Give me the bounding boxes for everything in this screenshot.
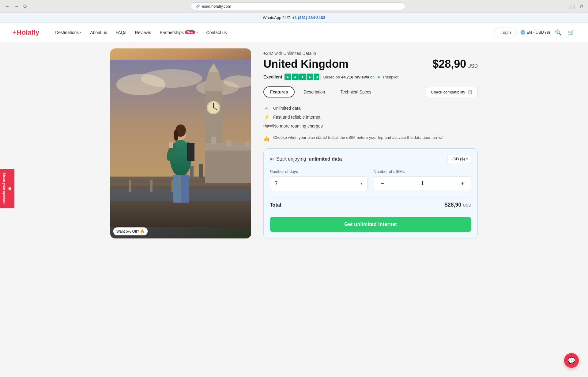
svg-rect-34	[199, 164, 203, 178]
back-button[interactable]: ←	[4, 3, 11, 10]
total-label: Total	[270, 202, 281, 208]
logo-text: Holafly	[17, 29, 39, 36]
star-2: ★	[292, 74, 299, 80]
reviews-text: Based on 44,718 reviews on	[323, 75, 375, 79]
svg-point-26	[174, 130, 179, 141]
login-button[interactable]: Login	[495, 28, 517, 37]
esims-selector-group: Number of eSIMs − 1 +	[374, 169, 471, 191]
feature-fast: ⚡ Fast and reliable internet	[263, 112, 478, 122]
search-button[interactable]: 🔍	[554, 28, 563, 37]
feature-unlimited-text: Unlimited data	[273, 106, 301, 111]
svg-rect-23	[245, 141, 250, 147]
cart-button[interactable]: 🛒	[567, 28, 576, 37]
browser-right-controls: ⬜ ⧉	[567, 3, 584, 10]
compatibility-icon: 📋	[468, 90, 473, 94]
browser-controls: ← → ⟳	[4, 3, 28, 10]
discount-badge[interactable]: Want 5% Off? 🔥	[113, 227, 148, 235]
trustpilot-label: Trustpilot	[382, 75, 398, 79]
nav-reviews[interactable]: Reviews	[131, 28, 155, 37]
no-roaming-icon: signal	[263, 124, 270, 128]
lightning-icon: ⚡	[263, 114, 270, 120]
language-selector[interactable]: 🌐 EN - USD ($)	[520, 30, 550, 35]
svg-rect-35	[190, 166, 194, 178]
nav-about[interactable]: About us	[86, 28, 111, 37]
tab-features[interactable]: Features	[263, 86, 295, 97]
booking-card: ∞ Start enjoying unlimited data USD ($) …	[263, 148, 478, 238]
nav-about-label: About us	[90, 30, 107, 35]
price: $28,90	[432, 58, 466, 70]
days-selector-group: Number of days 7 ▾	[270, 169, 368, 191]
svg-rect-19	[205, 149, 251, 183]
infinity-icon: ∞	[263, 105, 270, 111]
svg-rect-21	[211, 137, 216, 144]
currency-selector[interactable]: USD ($) ▾	[447, 155, 471, 163]
svg-point-2	[141, 69, 202, 88]
lang-label: EN - USD ($)	[526, 30, 550, 35]
reload-button[interactable]: ⟳	[22, 3, 28, 10]
esims-decrement-button[interactable]: −	[378, 180, 387, 187]
feature-fast-text: Fast and reliable internet	[273, 115, 320, 120]
tabs-button[interactable]: ⬜	[567, 3, 576, 10]
infinity-icon-card: ∞	[270, 156, 274, 162]
rating-label: Excellent	[263, 74, 282, 79]
split-view-button[interactable]: ⧉	[579, 3, 584, 10]
selectors-row: Number of days 7 ▾ Number of eSIMs − 1 +	[270, 169, 471, 191]
trustpilot-icon: ★	[377, 74, 381, 79]
nav-destinations-label: Destinations	[55, 30, 79, 35]
price-block: $28,90 USD	[432, 58, 478, 70]
nav-partnerships[interactable]: Partnerships New ▾	[156, 28, 201, 37]
cart-icon: 🛒	[568, 29, 575, 36]
logo-plus: +	[12, 29, 16, 36]
reviews-link[interactable]: 44,718 reviews	[341, 75, 369, 79]
total-currency: USD	[463, 203, 471, 208]
search-icon: 🔍	[555, 29, 562, 36]
total-row: Total $28,90 USD	[270, 197, 471, 212]
days-value: 7	[275, 181, 278, 186]
globe-icon: 🌐	[520, 30, 525, 35]
clipboard-icon: 📋	[8, 187, 12, 191]
tab-technical-specs[interactable]: Technical Specs	[334, 87, 378, 97]
chevron-down-icon-currency: ▾	[466, 157, 468, 161]
feedback-label: Share your opinion!	[2, 173, 6, 204]
star-rating: ★ ★ ★ ★ ★	[285, 74, 321, 80]
features-list: ∞ Unlimited data ⚡ Fast and reliable int…	[263, 104, 478, 130]
tab-description[interactable]: Description	[297, 87, 331, 97]
nav-links: Destinations ▾ About us FAQs Reviews Par…	[51, 28, 495, 37]
trustpilot-badge: ★ Trustpilot	[377, 74, 398, 79]
total-price: $28,90 USD	[444, 202, 471, 208]
feature-no-roaming-text: No more roaming charges	[273, 124, 323, 128]
chevron-down-icon: ▾	[80, 31, 81, 34]
nav-faqs-label: FAQs	[116, 30, 126, 35]
check-compatibility-button[interactable]: Check compatibility 📋	[426, 87, 478, 97]
check-compat-label: Check compatibility	[431, 90, 465, 94]
esims-increment-button[interactable]: +	[458, 180, 467, 187]
svg-rect-9	[150, 180, 153, 192]
svg-rect-22	[227, 140, 231, 146]
address-bar[interactable]: 🔗 esim.holafly.com	[191, 2, 405, 10]
url-text: esim.holafly.com	[202, 4, 231, 9]
phone-link[interactable]: +1 (661) 384-8482	[292, 15, 325, 20]
nav-right: Login 🌐 EN - USD ($) 🔍 🛒	[495, 28, 576, 37]
svg-rect-8	[129, 180, 131, 192]
price-currency: USD	[467, 63, 478, 69]
forward-button[interactable]: →	[13, 3, 20, 10]
get-internet-button[interactable]: Get unlimited internet	[270, 217, 471, 232]
nav-faqs[interactable]: FAQs	[112, 28, 130, 37]
days-label: Number of days	[270, 169, 368, 174]
star-half: ★	[314, 74, 321, 80]
product-info: eSIM with Unlimited Data in United Kingd…	[263, 48, 478, 238]
currency-label: USD ($)	[450, 157, 465, 161]
feedback-tab[interactable]: 📋 Share your opinion!	[0, 169, 14, 208]
product-image-wrap: Want 5% Off? 🔥	[110, 48, 251, 238]
days-dropdown[interactable]: 7 ▾	[270, 176, 368, 191]
announcement-bar: WhatsApp 24/7: +1 (661) 384-8482	[0, 13, 588, 23]
nav-destinations[interactable]: Destinations ▾	[51, 28, 85, 37]
svg-rect-31	[173, 175, 181, 203]
total-price-value: $28,90	[444, 202, 461, 208]
logo[interactable]: + Holafly	[12, 29, 39, 36]
nav-contact[interactable]: Contact us	[203, 28, 231, 37]
nav-reviews-label: Reviews	[135, 30, 151, 35]
star-1: ★	[285, 74, 291, 80]
product-title-row: United Kingdom $28,90 USD	[263, 58, 478, 70]
lock-icon: 🔗	[195, 4, 200, 9]
